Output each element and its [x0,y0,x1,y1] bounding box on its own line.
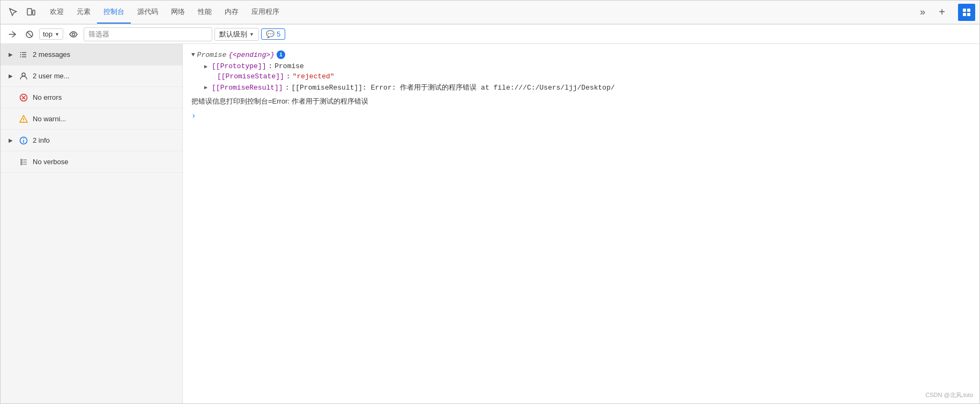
svg-point-8 [72,33,75,35]
promise-state-line: [[PromiseState]] : "rejected" [191,71,971,82]
svg-rect-4 [963,13,966,16]
verbose-icon [19,157,28,167]
svg-point-23 [23,138,24,139]
device-toggle-button[interactable] [22,4,39,21]
sidebar-item-user-messages[interactable]: ▶ 2 user me... [1,65,182,87]
promise-value: {<pending>} [228,51,274,59]
add-tab-button[interactable]: + [934,5,949,20]
tab-list: 欢迎 元素 控制台 源代码 网络 性能 内存 应用程序 [43,1,915,24]
promise-result-colon: : [285,84,289,92]
error-print-line: 把错误信息打印到控制台=Error: 作者用于测试的程序错误 [191,93,971,109]
promise-header: ▼ Promise {<pending>} i [191,48,971,61]
eye-button[interactable] [65,27,81,41]
sidebar-info-label: 2 info [33,136,50,144]
expand-arrow-messages[interactable]: ▶ [7,51,14,58]
sidebar-item-warnings[interactable]: ▶ No warni... [1,108,182,130]
warning-icon [19,114,28,124]
info-icon [19,136,28,145]
log-level-value: 默认级别 [219,30,247,39]
sidebar-user-messages-label: 2 user me... [33,72,70,80]
watermark: CSDN @北风,toto [925,391,973,399]
svg-point-13 [20,54,21,55]
tab-network[interactable]: 网络 [165,1,191,24]
svg-rect-1 [33,10,35,15]
expand-arrow-info[interactable]: ▶ [7,137,14,144]
promise-state-key: [[PromiseState]] [217,72,284,80]
prototype-line: ▶ [[Prototype]] : Promise [191,61,971,71]
blue-square-button[interactable] [958,4,975,21]
svg-point-26 [21,163,23,165]
promise-collapse-arrow[interactable]: ▼ [191,52,195,58]
inspect-element-button[interactable] [5,4,22,21]
sidebar-errors-label: No errors [33,93,62,101]
tab-memory[interactable]: 内存 [218,1,245,24]
message-count: 5 [277,30,280,38]
promise-label: Promise [197,51,227,59]
sidebar: ▶ 2 messages ▶ [1,44,183,403]
more-tabs-button[interactable]: » [915,5,930,20]
level-chevron-icon: ▼ [249,32,254,37]
context-value: top [43,30,53,38]
sidebar-item-info[interactable]: ▶ 2 info [1,130,182,151]
tab-elements[interactable]: 元素 [70,1,97,24]
sidebar-item-errors[interactable]: ▶ No errors [1,87,182,108]
sidebar-messages-label: 2 messages [33,50,70,58]
promise-state-value: "rejected" [293,72,335,80]
svg-point-25 [21,161,23,163]
svg-line-7 [27,32,32,36]
svg-rect-0 [27,9,32,15]
filter-input[interactable] [84,27,212,41]
prompt-arrow-icon: › [191,112,196,120]
console-prompt[interactable]: › [191,109,971,122]
svg-rect-5 [967,13,970,16]
svg-rect-3 [967,9,970,12]
promise-state-colon: : [286,72,291,80]
sidebar-warnings-label: No warni... [33,115,66,123]
no-entry-button[interactable] [22,27,37,41]
console-toolbar: top ▼ 默认级别 ▼ 💬 5 [1,25,979,44]
prototype-colon: : [268,62,272,70]
list-icon [19,50,28,60]
sidebar-item-messages[interactable]: ▶ 2 messages [1,44,182,65]
log-level-dropdown[interactable]: 默认级别 ▼ [214,28,259,41]
svg-point-20 [23,121,24,122]
sidebar-verbose-label: No verbose [33,158,68,166]
error-icon [19,93,28,102]
svg-rect-2 [963,9,966,12]
devtools-window: 欢迎 元素 控制台 源代码 网络 性能 内存 应用程序 » + [0,0,980,404]
sidebar-item-verbose[interactable]: ▶ No verbose [1,151,182,173]
tab-performance[interactable]: 性能 [191,1,218,24]
tab-console[interactable]: 控制台 [97,1,131,24]
promise-result-line: ▶ [[PromiseResult]] : [[PromiseResult]]:… [191,82,971,93]
promise-result-key: [[PromiseResult]] [212,84,283,92]
chat-icon: 💬 [266,30,274,38]
svg-point-12 [20,52,21,53]
prototype-expand-arrow[interactable]: ▶ [204,63,207,70]
expand-arrow-user-messages[interactable]: ▶ [7,72,14,80]
promise-info-icon[interactable]: i [277,50,285,59]
prototype-key: [[Prototype]] [212,62,266,70]
promise-result-expand-arrow[interactable]: ▶ [204,84,207,91]
svg-point-24 [21,159,23,160]
prototype-value: Promise [274,62,304,70]
main-area: ▶ 2 messages ▶ [1,44,979,403]
toolbar-right: » + [915,4,975,21]
tab-bar: 欢迎 元素 控制台 源代码 网络 性能 内存 应用程序 » + [1,1,979,25]
user-icon [19,71,28,81]
tab-sources[interactable]: 源代码 [131,1,165,24]
svg-point-15 [22,73,25,76]
tab-application[interactable]: 应用程序 [245,1,286,24]
console-output[interactable]: ▼ Promise {<pending>} i ▶ [[Prototype]] … [183,44,979,403]
message-count-badge[interactable]: 💬 5 [261,28,285,40]
context-dropdown[interactable]: top ▼ [39,28,63,40]
chevron-down-icon: ▼ [55,32,60,37]
tab-welcome[interactable]: 欢迎 [43,1,70,24]
promise-result-value: [[PromiseResult]]: Error: 作者用于测试的程序错误 at… [291,83,614,92]
svg-point-14 [20,56,21,57]
clear-console-button[interactable] [5,27,20,41]
error-print-text: 把错误信息打印到控制台=Error: 作者用于测试的程序错误 [191,97,368,105]
